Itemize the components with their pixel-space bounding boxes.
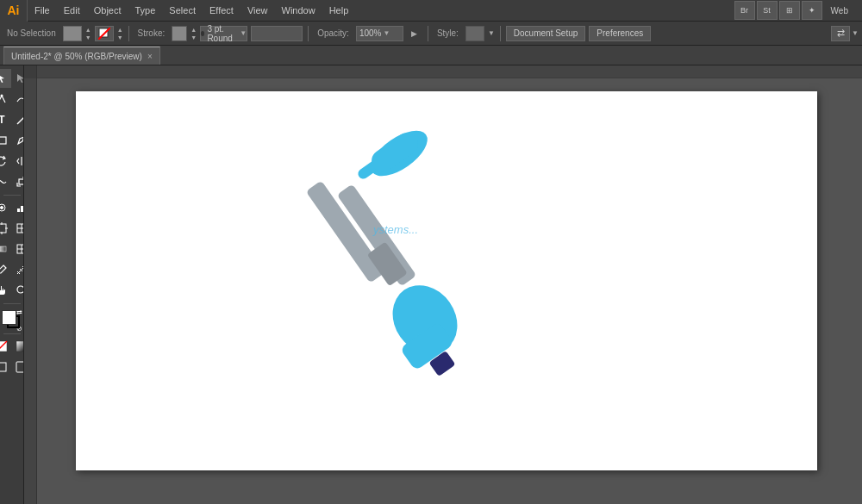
stroke-dropdown-arrow[interactable]: ▲ ▼ <box>117 26 123 41</box>
mesh-tool[interactable] <box>12 240 24 258</box>
tool-divider-2 <box>3 303 21 304</box>
options-toolbar: No Selection ▲ ▼ ▲ ▼ Stroke: ▲ ▼ 3 pt. R… <box>0 22 862 46</box>
pen-tool-pair <box>0 90 24 109</box>
menu-view[interactable]: View <box>240 0 275 22</box>
svg-rect-10 <box>21 206 23 212</box>
warp-tool[interactable] <box>0 172 11 191</box>
selection-tool[interactable] <box>0 69 11 88</box>
svg-rect-9 <box>17 208 20 212</box>
graph-tool-pair <box>0 198 24 217</box>
pen-tool[interactable] <box>0 90 11 109</box>
stroke-arrows[interactable]: ▲ ▼ <box>191 26 197 41</box>
stroke-bar[interactable] <box>251 26 303 41</box>
menu-window[interactable]: Window <box>275 0 322 22</box>
stroke-value[interactable]: 3 pt. Round ▼ <box>200 26 247 41</box>
gradient-tool[interactable] <box>0 240 11 258</box>
opacity-arrow[interactable]: ▶ <box>407 26 422 41</box>
symbol-tool[interactable] <box>0 198 11 217</box>
svg-rect-34 <box>0 363 6 371</box>
style-label: Style: <box>434 28 462 38</box>
rotate-tool[interactable] <box>0 152 11 171</box>
style-box[interactable] <box>465 26 484 41</box>
view-mode-pair <box>0 337 24 356</box>
artboard-tool[interactable] <box>0 219 11 238</box>
gradient-mode-icon[interactable] <box>12 337 24 356</box>
document-tab[interactable]: Untitled-2* @ 50% (RGB/Preview) × <box>3 47 160 65</box>
style-dropdown[interactable]: ▼ <box>488 29 495 37</box>
graph-tool[interactable] <box>12 198 24 217</box>
measure-tool[interactable] <box>12 260 24 279</box>
direct-selection-tool[interactable] <box>12 69 24 88</box>
sep2 <box>308 26 309 41</box>
doc-setup-button[interactable]: Document Setup <box>506 26 586 41</box>
warp-tool-pair <box>0 172 24 191</box>
svg-line-3 <box>17 115 24 124</box>
stock-icon[interactable]: St <box>757 1 778 20</box>
bridge-icon[interactable]: Br <box>734 1 755 20</box>
ruler-corner <box>24 65 37 78</box>
sep4 <box>500 26 501 41</box>
stroke-swatch[interactable] <box>172 26 187 41</box>
eyedropper-tool[interactable] <box>0 260 11 279</box>
gradient-tool-pair <box>0 240 24 258</box>
hand-tool[interactable] <box>0 281 11 300</box>
color-mode-icon[interactable] <box>0 337 11 356</box>
menu-object[interactable]: Object <box>87 0 128 22</box>
selection-tool-pair <box>0 69 24 88</box>
apps-icon[interactable]: ⊞ <box>779 1 800 20</box>
menu-file[interactable]: File <box>28 0 57 22</box>
menu-effect[interactable]: Effect <box>203 0 240 22</box>
type-tool-pair: T <box>0 110 24 129</box>
arrange-tools: ⇄ ▼ <box>831 26 859 41</box>
arrange-icon[interactable]: ⇄ <box>831 26 850 41</box>
hand-tool-pair <box>0 281 24 300</box>
crutch-illustration: ystems... <box>274 117 515 393</box>
mirror-tool[interactable] <box>12 152 24 171</box>
menu-edit[interactable]: Edit <box>57 0 87 22</box>
opacity-value[interactable]: 100% ▼ <box>356 26 403 41</box>
curvature-tool[interactable] <box>12 90 24 109</box>
menu-web[interactable]: Web <box>824 0 855 22</box>
color-swatches: ⇄ ⊘ <box>2 310 22 331</box>
canvas-area: ystems... <box>24 65 862 504</box>
arrange-dropdown[interactable]: ▼ <box>852 29 859 37</box>
menu-type[interactable]: Type <box>128 0 163 22</box>
presentation-icon[interactable] <box>12 358 24 376</box>
type-tool[interactable]: T <box>0 110 11 129</box>
menu-select[interactable]: Select <box>162 0 203 22</box>
svg-rect-33 <box>16 341 24 352</box>
app-logo: Ai <box>0 0 28 22</box>
svg-rect-4 <box>0 137 6 144</box>
top-ruler <box>24 65 862 78</box>
menu-help[interactable]: Help <box>322 0 356 22</box>
pencil-tool[interactable] <box>12 131 24 150</box>
rect-tool-pair <box>0 131 24 150</box>
screen-mode-pair <box>0 358 24 376</box>
sep1 <box>128 26 129 41</box>
svg-rect-12 <box>0 224 6 233</box>
scale-tool[interactable] <box>12 172 24 191</box>
tool-divider-1 <box>3 195 21 196</box>
fill-dropdown-arrow[interactable]: ▲ ▼ <box>85 26 91 41</box>
rotate-tool-pair <box>0 152 24 171</box>
fill-stroke-swatch[interactable]: ⇄ ⊘ <box>2 310 22 331</box>
zoom-tool[interactable] <box>12 281 24 300</box>
rect-tool[interactable] <box>0 131 11 150</box>
eyedropper-tool-pair <box>0 260 24 279</box>
fill-swatch[interactable] <box>2 310 16 325</box>
tab-title: Untitled-2* @ 50% (RGB/Preview) <box>11 52 142 61</box>
sync-icon[interactable]: ✦ <box>802 1 822 20</box>
slice-tool[interactable] <box>12 219 24 238</box>
line-tool[interactable] <box>12 110 24 129</box>
stroke-label: Stroke: <box>134 28 169 38</box>
svg-text:ystems...: ystems... <box>372 223 418 236</box>
tab-bar: Untitled-2* @ 50% (RGB/Preview) × <box>0 46 862 65</box>
horizontal-ruler <box>37 65 862 78</box>
fill-color-box[interactable] <box>63 26 82 41</box>
menu-bar: Ai File Edit Object Type Select Effect V… <box>0 0 862 22</box>
preferences-button[interactable]: Preferences <box>589 26 651 41</box>
stroke-color-box[interactable] <box>95 26 114 41</box>
svg-point-29 <box>17 286 24 293</box>
tab-close-button[interactable]: × <box>147 52 153 61</box>
screen-mode-icon[interactable] <box>0 358 11 376</box>
